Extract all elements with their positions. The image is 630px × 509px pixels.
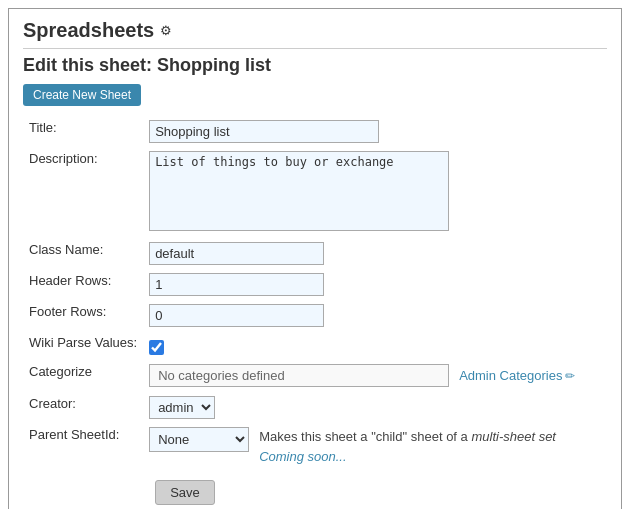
categorize-content: No categories defined Admin Categories ✏ xyxy=(149,364,601,387)
footer-rows-label: Footer Rows: xyxy=(23,300,143,331)
description-row: Description: List of things to buy or ex… xyxy=(23,147,607,238)
classname-row: Class Name: xyxy=(23,238,607,269)
classname-label: Class Name: xyxy=(23,238,143,269)
header-rows-cell xyxy=(143,269,607,300)
creator-cell: admin xyxy=(143,392,607,423)
no-categories-text: No categories defined xyxy=(149,364,449,387)
wiki-parse-label: Wiki Parse Values: xyxy=(23,331,143,359)
edit-sheet-title: Edit this sheet: Shopping list xyxy=(23,55,607,76)
categorize-label: Categorize xyxy=(23,359,143,392)
parent-sheetid-cell: None Makes this sheet a "child" sheet of… xyxy=(143,423,607,468)
page-title: Spreadsheets xyxy=(23,19,154,42)
title-label: Title: xyxy=(23,116,143,147)
coming-soon-text: Coming soon... xyxy=(259,449,556,464)
wiki-parse-checkbox-container xyxy=(149,335,601,355)
footer-rows-cell xyxy=(143,300,607,331)
title-input[interactable] xyxy=(149,120,379,143)
description-cell: List of things to buy or exchange xyxy=(143,147,607,238)
title-cell xyxy=(143,116,607,147)
creator-select[interactable]: admin xyxy=(149,396,215,419)
save-row: Save xyxy=(23,468,607,509)
header-rows-row: Header Rows: xyxy=(23,269,607,300)
parent-select[interactable]: None xyxy=(149,427,249,452)
footer-rows-row: Footer Rows: xyxy=(23,300,607,331)
footer-rows-input[interactable] xyxy=(149,304,324,327)
parent-content: None Makes this sheet a "child" sheet of… xyxy=(149,427,601,464)
categorize-cell: No categories defined Admin Categories ✏ xyxy=(143,359,607,392)
save-button-cell: Save xyxy=(143,468,607,509)
create-new-sheet-button[interactable]: Create New Sheet xyxy=(23,84,141,106)
classname-cell xyxy=(143,238,607,269)
wiki-parse-row: Wiki Parse Values: xyxy=(23,331,607,359)
creator-row: Creator: admin xyxy=(23,392,607,423)
wiki-parse-cell xyxy=(143,331,607,359)
parent-sheetid-row: Parent SheetId: None Makes this sheet a … xyxy=(23,423,607,468)
header-rows-input[interactable] xyxy=(149,273,324,296)
save-button[interactable]: Save xyxy=(155,480,215,505)
admin-categories-label: Admin Categories xyxy=(459,368,562,383)
categorize-row: Categorize No categories defined Admin C… xyxy=(23,359,607,392)
parent-description-block: Makes this sheet a "child" sheet of a mu… xyxy=(259,427,556,464)
description-input[interactable]: List of things to buy or exchange xyxy=(149,151,449,231)
creator-label: Creator: xyxy=(23,392,143,423)
pencil-icon: ✏ xyxy=(565,369,575,383)
title-row: Title: xyxy=(23,116,607,147)
parent-description-text: Makes this sheet a "child" sheet of a mu… xyxy=(259,427,556,447)
header-rows-label: Header Rows: xyxy=(23,269,143,300)
description-label: Description: xyxy=(23,147,143,238)
parent-sheetid-label: Parent SheetId: xyxy=(23,423,143,468)
gear-icon[interactable]: ⚙ xyxy=(160,23,176,39)
page-container: Spreadsheets ⚙ Edit this sheet: Shopping… xyxy=(8,8,622,509)
admin-categories-link[interactable]: Admin Categories ✏ xyxy=(459,368,575,383)
edit-form: Title: Description: List of things to bu… xyxy=(23,116,607,509)
classname-input[interactable] xyxy=(149,242,324,265)
save-label-cell xyxy=(23,468,143,509)
wiki-parse-checkbox[interactable] xyxy=(149,340,164,355)
page-header: Spreadsheets ⚙ xyxy=(23,19,607,49)
